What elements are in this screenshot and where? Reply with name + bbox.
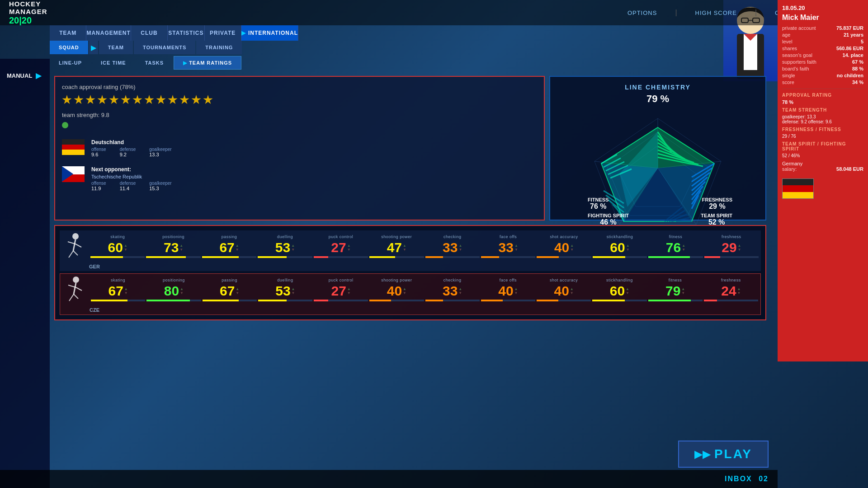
stat-arrows-shot-accuracy: ▲▼ [570, 244, 574, 252]
star-10 [168, 95, 178, 105]
content-area: coach approval rating (78%) team strengt… [50, 71, 771, 470]
high-score-link[interactable]: HIGH SCORE [695, 9, 737, 16]
fighting-spirit-label: FIGHTING SPIRIT 46 % [588, 213, 629, 226]
svg-marker-22 [601, 127, 658, 168]
stat-bar-fitness [648, 300, 703, 301]
squad-arrow: ▶ [89, 41, 98, 54]
stat-value-passing: 67 [219, 240, 234, 255]
tab-international[interactable]: ▶ INTERNATIONAL [241, 25, 298, 41]
star-4 [97, 95, 107, 105]
star-7 [132, 95, 142, 105]
svg-line-62 [69, 294, 74, 301]
country-value: Germany [782, 161, 863, 166]
team-de-goalkeeper-val: 13.3 [149, 152, 171, 157]
stat-value-skating: 67 [108, 283, 123, 299]
tab-club[interactable]: CLUB [131, 25, 168, 41]
subtab-tournaments[interactable]: TOURNAMENTS [134, 41, 195, 54]
stat-checking: checking33▲▼ [425, 235, 480, 258]
team-cz-subname: Tschechische Republik [91, 174, 537, 179]
stat-puck-control: puck control27▲▼ [314, 235, 368, 258]
flag-red [783, 185, 813, 192]
stat-arrows-stickhandling: ▲▼ [626, 287, 629, 295]
pentagon-chart: FITNESS 76 % FRESHNESS 29 % FIGHTING SPI… [581, 109, 735, 213]
stat-bar-fill-skating [91, 300, 127, 301]
stat-arrows-shooting-power: ▲▼ [403, 287, 406, 295]
subtab-squad[interactable]: SQUAD [50, 41, 88, 54]
stat-bar-positioning [146, 256, 200, 258]
stat-label-freshness: freshness [722, 235, 741, 239]
stat-bar-face-offs [481, 300, 535, 301]
svg-line-61 [74, 283, 76, 294]
stat-bar-fill-stickhandling [593, 256, 625, 258]
star-11 [179, 95, 189, 105]
team-de-name: Deutschland [91, 139, 537, 145]
stat-value-shooting-power: 40 [387, 283, 402, 299]
stat-bar-fill-skating [90, 256, 123, 258]
stat-label-face-offs: face offs [500, 235, 517, 239]
team-cz-offense: offense 11.9 [91, 181, 106, 191]
seasons-goal-row: season's goal 14. place [782, 52, 863, 58]
tab-icetime[interactable]: ICE TIME [92, 56, 135, 70]
team-cz-stats: offense 11.9 defense 11.4 goalkeeper 15.… [91, 181, 537, 191]
salary-row: salary: 58.048 EUR [782, 166, 863, 172]
stat-label-duelling: duelling [277, 278, 293, 282]
supporters-faith-row: supporters faith 67 % [782, 59, 863, 65]
stat-arrows-freshness: ▲▼ [737, 287, 741, 295]
manual-button[interactable]: MANUAL ▶ [0, 68, 50, 84]
flag-cz-small [62, 166, 85, 182]
play-button[interactable]: ▶▶ PLAY [678, 441, 769, 468]
main-nav: TEAM MANAGEMENT CLUB STATISTICS PRIVATE … [50, 25, 298, 41]
stat-positioning: positioning80▲▼ [146, 278, 201, 301]
logo-year: 20|20 [9, 15, 72, 26]
subtab-team[interactable]: TEAM [99, 41, 133, 54]
team-spirit-chem-title: TEAM SPIRIT [701, 213, 732, 218]
freshness-fitness-value: 29 / 76 [782, 134, 863, 139]
subtab-training[interactable]: TRAINING [196, 41, 242, 54]
stat-label-positioning: positioning [163, 278, 185, 282]
tab-lineup[interactable]: LINE-UP [50, 56, 91, 70]
stat-label-positioning: positioning [162, 235, 184, 239]
cze-code: CZE [90, 307, 99, 313]
svg-line-59 [75, 244, 81, 247]
private-account-row: private account 75.837 EUR [782, 25, 863, 31]
stat-bar-stickhandling [592, 300, 646, 301]
tab-teamratings[interactable]: ▶ TEAM RATINGS [174, 56, 241, 70]
team-cz-info: Next opponent: Tschechische Republik off… [91, 166, 537, 191]
stat-value-freshness: 29 [722, 240, 736, 255]
private-account-value: 75.837 EUR [836, 25, 863, 31]
stat-value-duelling: 53 [275, 240, 290, 255]
stat-arrows-duelling: ▲▼ [291, 244, 295, 252]
cze-skater-icon [62, 276, 90, 303]
level-value: 5 [861, 39, 863, 44]
fitness-label: FITNESS 76 % [588, 197, 609, 211]
tab-statistics[interactable]: STATISTICS [168, 25, 204, 41]
single-label: single [782, 73, 795, 78]
team-cz-offense-label: offense [91, 181, 106, 186]
approval-rating-title: APPROVAL RATING [782, 93, 863, 98]
salary-label: salary: [782, 166, 797, 172]
stat-value-stickhandling: 60 [610, 240, 625, 255]
manual-arrow-icon: ▶ [36, 71, 41, 80]
stat-value-puck-control: 27 [331, 240, 346, 255]
tab-management[interactable]: MANAGEMENT [86, 25, 131, 41]
germany-flag [782, 178, 814, 199]
tab-tasks[interactable]: TASKS [136, 56, 173, 70]
stat-arrows-fitness: ▲▼ [681, 287, 685, 295]
app-logo: HOCKEY MANAGER 20|20 [0, 0, 72, 26]
stat-bar-shot-accuracy [537, 300, 591, 301]
stat-bar-passing [202, 256, 256, 258]
stat-bar-puck-control [314, 256, 368, 258]
svg-line-57 [73, 251, 78, 255]
tab-team[interactable]: TEAM [50, 25, 86, 41]
stat-label-puck-control: puck control [329, 278, 354, 282]
stars-row [62, 95, 537, 105]
options-link[interactable]: OPTIONS [627, 9, 657, 16]
stat-bar-fill-shooting-power [369, 300, 391, 301]
tab-private[interactable]: PRIVATE [205, 25, 241, 41]
age-label: age [782, 32, 790, 38]
line-chemistry-pct: 79 % [646, 93, 669, 105]
sub-nav: SQUAD ▶ TEAM TOURNAMENTS TRAINING [50, 41, 298, 54]
player-date: 18.05.20 [782, 5, 863, 11]
team-de-offense: offense 9.6 [91, 147, 106, 157]
stat-value-puck-control: 27 [331, 283, 346, 299]
